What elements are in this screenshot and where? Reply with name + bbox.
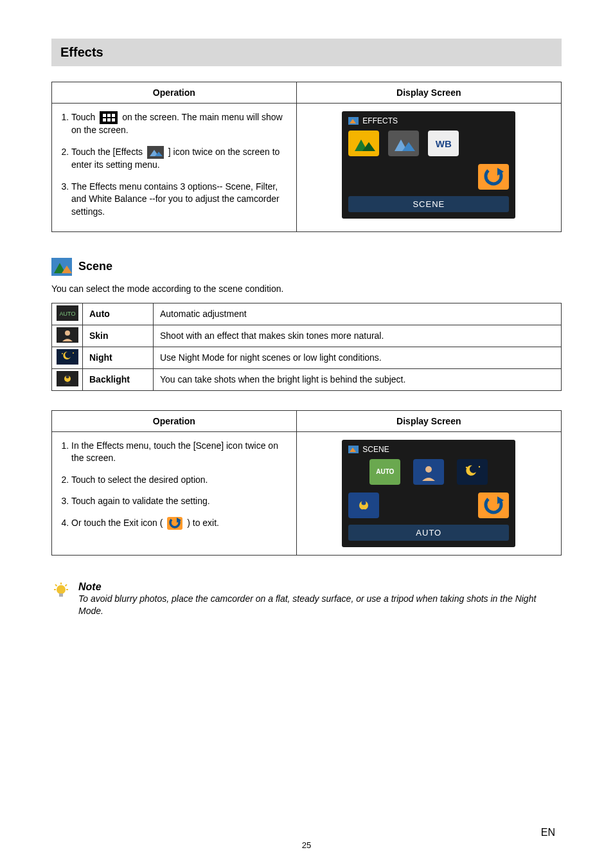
svg-rect-0 bbox=[100, 111, 118, 124]
wb-button[interactable]: WB bbox=[428, 131, 459, 156]
svg-rect-5 bbox=[107, 118, 111, 122]
screen-footer-2: AUTO bbox=[348, 525, 509, 541]
svg-rect-40 bbox=[59, 593, 63, 597]
step2-pre: Touch the [Effects bbox=[71, 147, 145, 157]
screen-corner-icon-2 bbox=[348, 446, 359, 453]
svg-rect-3 bbox=[112, 114, 115, 117]
svg-rect-1 bbox=[103, 114, 106, 117]
col-operation-2: Operation bbox=[52, 410, 297, 431]
note-text: To avoid blurry photos, place the camcor… bbox=[78, 593, 562, 618]
effects-category-icon bbox=[147, 146, 164, 159]
scene-operation-table: Operation Display Screen In the Effects … bbox=[51, 410, 562, 556]
scene-button[interactable] bbox=[348, 131, 379, 156]
skin-desc: Shoot with an effect that makes skin ton… bbox=[154, 325, 562, 347]
svg-rect-24 bbox=[57, 349, 78, 365]
auto-label: Auto bbox=[83, 303, 154, 325]
section-heading: Effects bbox=[51, 39, 562, 66]
step4-pre: Or touch the Exit icon ( bbox=[71, 518, 165, 528]
backlight-icon-cell bbox=[52, 368, 83, 390]
scene-step-3: Touch again to validate the setting. bbox=[71, 495, 290, 508]
svg-rect-4 bbox=[103, 118, 106, 122]
exit-icon bbox=[167, 517, 182, 530]
col-operation: Operation bbox=[52, 82, 297, 104]
night-option-button[interactable] bbox=[457, 459, 488, 485]
screen-corner-icon bbox=[348, 117, 359, 125]
svg-point-25 bbox=[62, 353, 63, 354]
svg-point-26 bbox=[73, 352, 74, 354]
scene-intro: You can select the mode according to the… bbox=[51, 284, 562, 294]
scene-step-2: Touch to select the desired option. bbox=[71, 474, 290, 487]
page-number: 25 bbox=[0, 840, 613, 850]
night-label: Night bbox=[83, 347, 154, 368]
backlight-desc: You can take shots when the bright light… bbox=[154, 368, 562, 390]
step1-pre: Touch bbox=[71, 112, 98, 122]
effects-display-screen: EFFECTS WB bbox=[342, 111, 515, 219]
backlight-option-button[interactable] bbox=[348, 493, 379, 518]
scene-step-4: Or touch the Exit icon ( ) to exit. bbox=[71, 517, 290, 530]
svg-point-39 bbox=[57, 585, 66, 594]
exit-button-2[interactable] bbox=[478, 493, 509, 518]
backlight-label: Backlight bbox=[83, 368, 154, 390]
scene-heading: Scene bbox=[78, 260, 112, 273]
note-title: Note bbox=[78, 581, 562, 593]
effects-step-1: Touch on th bbox=[71, 111, 290, 137]
svg-point-23 bbox=[65, 330, 70, 336]
svg-rect-6 bbox=[112, 118, 115, 122]
svg-point-33 bbox=[425, 466, 432, 473]
effects-table: Operation Display Screen Touch bbox=[51, 82, 562, 232]
menu-grid-icon bbox=[100, 111, 118, 124]
scene-options-table: AUTO Auto Automatic adjustment Skin Shoo… bbox=[51, 303, 562, 391]
skin-label: Skin bbox=[83, 325, 154, 347]
col-display: Display Screen bbox=[296, 82, 561, 104]
col-display-2: Display Screen bbox=[296, 410, 561, 431]
night-icon-cell bbox=[52, 347, 83, 368]
night-desc: Use Night Mode for night scenes or low l… bbox=[154, 347, 562, 368]
effects-step-2: Touch the [Effects ] icon twice on the s… bbox=[71, 146, 290, 172]
svg-rect-2 bbox=[107, 114, 111, 117]
scene-heading-icon bbox=[51, 258, 72, 276]
note-bulb-icon bbox=[51, 581, 71, 601]
svg-point-35 bbox=[479, 466, 480, 467]
skin-icon-cell bbox=[52, 325, 83, 347]
filter-button[interactable] bbox=[388, 131, 419, 156]
svg-point-29 bbox=[66, 375, 69, 378]
scene-step-1: In the Effects menu, touch the [Scene] i… bbox=[71, 440, 290, 465]
language-label: EN bbox=[541, 827, 555, 838]
svg-point-34 bbox=[466, 466, 467, 467]
scene-display-screen: SCENE AUTO bbox=[342, 440, 515, 547]
step4-post: ) to exit. bbox=[187, 518, 219, 528]
exit-button[interactable] bbox=[478, 164, 509, 190]
auto-desc: Automatic adjustment bbox=[154, 303, 562, 325]
auto-option-button[interactable]: AUTO bbox=[369, 459, 400, 485]
auto-icon-cell: AUTO bbox=[52, 303, 83, 325]
svg-point-37 bbox=[362, 500, 366, 505]
svg-line-45 bbox=[66, 584, 67, 586]
screen-footer: SCENE bbox=[348, 196, 509, 212]
screen-title: EFFECTS bbox=[362, 116, 398, 125]
skin-option-button[interactable] bbox=[413, 459, 444, 485]
screen-title-2: SCENE bbox=[362, 445, 389, 454]
svg-text:AUTO: AUTO bbox=[59, 311, 75, 317]
svg-line-44 bbox=[55, 584, 57, 586]
blank-slot bbox=[348, 164, 379, 190]
effects-step-3: The Effects menu contains 3 options-- Sc… bbox=[71, 181, 290, 219]
